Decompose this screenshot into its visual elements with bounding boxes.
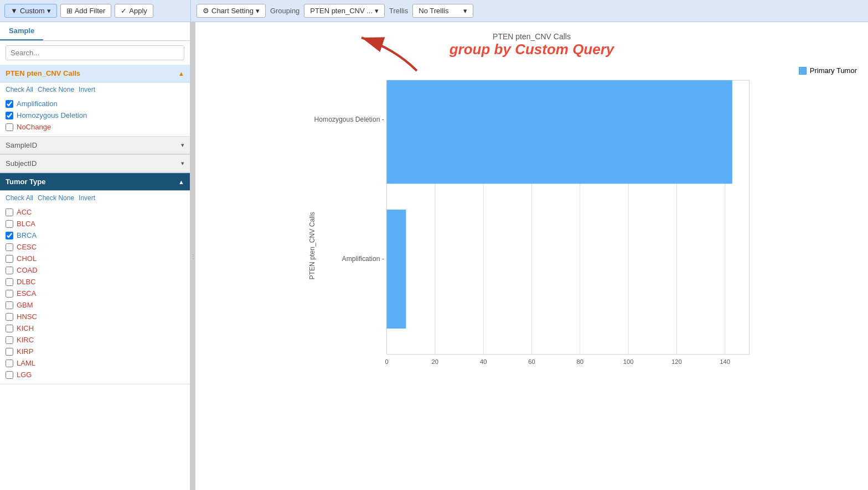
- tumortype-label-brca[interactable]: BRCA: [17, 231, 37, 239]
- tumortype-checkbox-dlbc[interactable]: [6, 278, 13, 286]
- tumortype-checkbox-kirc[interactable]: [6, 336, 13, 344]
- tumortype-label-esca[interactable]: ESCA: [17, 289, 36, 298]
- tumortype-item-kirp: KIRP: [6, 346, 184, 357]
- tumortype-item-hnsc: HNSC: [6, 311, 184, 322]
- add-filter-button[interactable]: ⊞ Add Filter: [60, 4, 112, 18]
- tumortype-checkbox-blca[interactable]: [6, 220, 13, 228]
- tumortype-label-coad[interactable]: COAD: [17, 266, 38, 274]
- tumortype-item-brca: BRCA: [6, 230, 184, 241]
- tab-sample[interactable]: Sample: [0, 22, 43, 40]
- pten-item-homozygous: Homozygous Deletion: [6, 110, 184, 121]
- legend-label: Primary Tumor: [810, 66, 857, 75]
- bar-homozygous: [387, 80, 732, 184]
- trellis-select[interactable]: No Trellis ▾: [412, 4, 473, 18]
- tumortype-item-lgg: LGG: [6, 369, 184, 380]
- sampleid-header[interactable]: SampleID ▾: [0, 137, 190, 154]
- tumortype-filter-actions: Check All Check None Invert: [0, 191, 190, 205]
- filter-section-pten: PTEN pten_CNV Calls ▲ Check All Check No…: [0, 65, 190, 137]
- tumortype-items: ACCBLCABRCACESCCHOLCOADDLBCESCAGBMHNSCKI…: [0, 205, 190, 384]
- tumortype-item-blca: BLCA: [6, 218, 184, 230]
- tumortype-checkbox-kich[interactable]: [6, 325, 13, 332]
- tumortype-label-hnsc[interactable]: HNSC: [17, 312, 37, 321]
- tumortype-checkbox-brca[interactable]: [6, 232, 13, 239]
- pten-item-nochange: NoChange: [6, 121, 184, 133]
- tumortype-label-lgg[interactable]: LGG: [17, 371, 32, 379]
- tumortype-checkbox-laml[interactable]: [6, 359, 13, 367]
- tumortype-item-acc: ACC: [6, 206, 184, 218]
- filter-icon: ▼: [11, 7, 18, 15]
- subjectid-title: SubjectID: [6, 159, 37, 168]
- tumortype-label-blca[interactable]: BLCA: [17, 220, 35, 228]
- tumortype-checkbox-chol[interactable]: [6, 255, 13, 263]
- bar-chart: Homozygous Deletion - Amplification - PT…: [206, 65, 857, 385]
- grouping-value: PTEN pten_CNV ...: [310, 7, 373, 15]
- grouping-select[interactable]: PTEN pten_CNV ... ▾: [304, 4, 385, 18]
- pten-checkbox-amplification[interactable]: [6, 100, 13, 108]
- tumortype-invert[interactable]: Invert: [79, 194, 95, 202]
- resize-handle[interactable]: ⋮: [191, 22, 195, 490]
- tumortype-checkbox-gbm[interactable]: [6, 301, 13, 309]
- tumortype-check-all[interactable]: Check All: [6, 194, 33, 202]
- pten-item-amplification: Amplification: [6, 98, 184, 110]
- tumortype-item-chol: CHOL: [6, 253, 184, 264]
- pten-invert[interactable]: Invert: [79, 86, 95, 93]
- filter-section-subjectid: SubjectID ▾: [0, 155, 190, 173]
- tumortype-item-kirc: KIRC: [6, 334, 184, 346]
- legend-color: [799, 67, 807, 75]
- custom-button[interactable]: ▼ Custom ▾: [4, 4, 57, 18]
- tumortype-checkbox-hnsc[interactable]: [6, 313, 13, 321]
- tumortype-label-dlbc[interactable]: DLBC: [17, 278, 36, 286]
- pten-label-amplification[interactable]: Amplification: [17, 100, 58, 108]
- pten-label-homozygous[interactable]: Homozygous Deletion: [17, 111, 87, 119]
- tumortype-label-laml[interactable]: LAML: [17, 359, 35, 367]
- pten-header[interactable]: PTEN pten_CNV Calls ▲: [0, 65, 190, 82]
- tumortype-label-acc[interactable]: ACC: [17, 208, 32, 216]
- tumortype-label-kirp[interactable]: KIRP: [17, 347, 33, 356]
- tumortype-checkbox-coad[interactable]: [6, 267, 13, 274]
- tumortype-arrow: ▲: [178, 179, 184, 185]
- tumortype-checkbox-lgg[interactable]: [6, 371, 13, 379]
- pten-items: Amplification Homozygous Deletion NoChan…: [0, 97, 190, 136]
- subjectid-header[interactable]: SubjectID ▾: [0, 155, 190, 173]
- tumortype-checkbox-esca[interactable]: [6, 290, 13, 298]
- tumortype-checkbox-acc[interactable]: [6, 208, 13, 216]
- svg-text:Amplification -: Amplification -: [342, 255, 384, 263]
- pten-check-none[interactable]: Check None: [38, 86, 74, 93]
- search-input[interactable]: [6, 45, 184, 60]
- tumortype-item-coad: COAD: [6, 264, 184, 276]
- group-by-label: group by Custom Query: [206, 41, 857, 58]
- pten-filter-actions: Check All Check None Invert: [0, 82, 190, 97]
- tumortype-header[interactable]: Tumor Type ▲: [0, 173, 190, 191]
- svg-text:40: 40: [480, 358, 487, 365]
- chart-setting-button[interactable]: ⚙ Chart Setting ▾: [197, 4, 266, 18]
- filter-section-tumortype: Tumor Type ▲ Check All Check None Invert…: [0, 173, 190, 384]
- pten-check-all[interactable]: Check All: [6, 86, 33, 93]
- chart-setting-arrow: ▾: [256, 7, 260, 15]
- apply-button[interactable]: ✓ Apply: [115, 4, 153, 18]
- pten-checkbox-homozygous[interactable]: [6, 112, 13, 119]
- sampleid-title: SampleID: [6, 141, 37, 149]
- tumortype-item-cesc: CESC: [6, 241, 184, 253]
- tumortype-label-kich[interactable]: KICH: [17, 324, 34, 332]
- tumortype-item-laml: LAML: [6, 357, 184, 369]
- tumortype-checkbox-cesc[interactable]: [6, 243, 13, 251]
- svg-text:100: 100: [623, 358, 634, 365]
- svg-text:20: 20: [432, 358, 438, 365]
- chart-title: PTEN pten_CNV Calls: [206, 32, 857, 41]
- tumortype-label-chol[interactable]: CHOL: [17, 254, 37, 263]
- tumortype-label-cesc[interactable]: CESC: [17, 243, 37, 251]
- pten-label-nochange[interactable]: NoChange: [17, 123, 51, 131]
- tumortype-item-esca: ESCA: [6, 288, 184, 299]
- pten-checkbox-nochange[interactable]: [6, 123, 13, 131]
- grouping-label: Grouping: [270, 7, 299, 15]
- search-box: [0, 41, 190, 65]
- tumortype-item-dlbc: DLBC: [6, 276, 184, 288]
- tumortype-item-gbm: GBM: [6, 299, 184, 311]
- tumortype-label-kirc[interactable]: KIRC: [17, 336, 34, 344]
- custom-arrow: ▾: [47, 7, 51, 15]
- svg-text:PTEN pten_CNV Calls: PTEN pten_CNV Calls: [308, 212, 316, 279]
- tumortype-checkbox-kirp[interactable]: [6, 348, 13, 356]
- tumortype-label-gbm[interactable]: GBM: [17, 301, 33, 309]
- tumortype-title: Tumor Type: [6, 178, 45, 186]
- tumortype-check-none[interactable]: Check None: [38, 194, 74, 202]
